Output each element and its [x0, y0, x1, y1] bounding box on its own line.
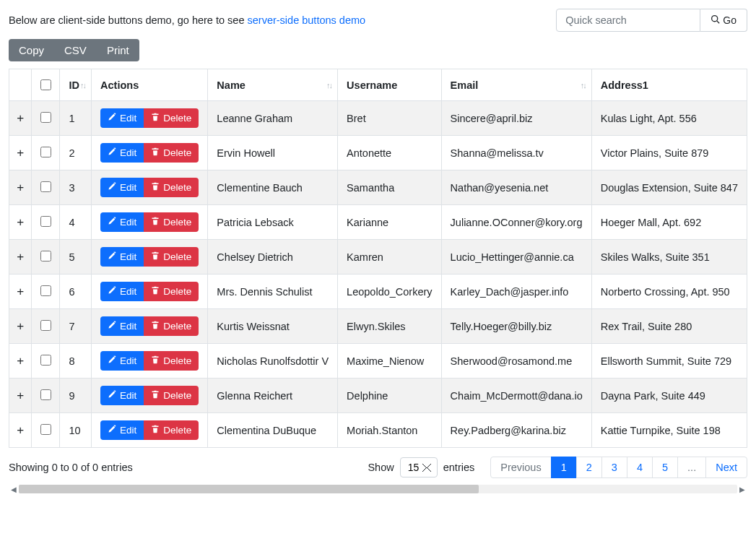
page-4[interactable]: 4	[627, 457, 653, 478]
col-select-all[interactable]	[32, 69, 60, 101]
edit-button[interactable]: Edit	[100, 212, 144, 232]
col-actions: Actions	[92, 69, 208, 101]
copy-button[interactable]: Copy	[9, 39, 54, 61]
pagination: Previous12345...Next	[490, 457, 747, 478]
edit-button[interactable]: Edit	[100, 282, 144, 301]
delete-button[interactable]: Delete	[144, 178, 199, 197]
row-checkbox[interactable]	[40, 216, 51, 227]
col-username[interactable]: Username	[338, 69, 442, 101]
expand-button[interactable]: +	[15, 146, 25, 160]
row-checkbox[interactable]	[40, 424, 51, 435]
delete-button[interactable]: Delete	[144, 386, 199, 405]
expand-button[interactable]: +	[15, 389, 25, 403]
page-1[interactable]: 1	[551, 457, 577, 478]
row-checkbox[interactable]	[40, 112, 51, 123]
scroll-right-icon[interactable]: ▶	[737, 485, 747, 493]
delete-button[interactable]: Delete	[144, 108, 199, 128]
edit-label: Edit	[120, 217, 136, 228]
expand-button[interactable]: +	[15, 319, 25, 334]
scroll-thumb[interactable]	[19, 485, 479, 493]
expand-button[interactable]: +	[15, 111, 25, 126]
edit-label: Edit	[120, 321, 136, 332]
cell-email: Nathan@yesenia.net	[441, 170, 591, 205]
status-text: Showing 0 to 0 of 0 entries	[9, 462, 133, 473]
delete-label: Delete	[163, 321, 191, 332]
row-checkbox[interactable]	[40, 181, 51, 192]
col-id[interactable]: ID ↑↓	[60, 69, 92, 101]
delete-button[interactable]: Delete	[144, 420, 199, 440]
cell-address1: Dayna Park, Suite 449	[591, 379, 747, 413]
delete-button[interactable]: Delete	[144, 316, 199, 336]
delete-button[interactable]: Delete	[144, 282, 199, 301]
delete-button[interactable]: Delete	[144, 212, 199, 232]
edit-icon	[108, 182, 116, 193]
table-row: +4EditDeletePatricia LebsackKarianneJuli…	[9, 205, 747, 240]
expand-button[interactable]: +	[15, 354, 25, 368]
cell-id: 1	[60, 101, 92, 136]
edit-button[interactable]: Edit	[100, 247, 144, 267]
cell-address1: Kulas Light, Apt. 556	[591, 101, 747, 136]
length-select[interactable]: 15	[400, 457, 438, 477]
row-checkbox[interactable]	[40, 285, 51, 296]
cell-username: Maxime_Nienow	[338, 344, 442, 379]
edit-button[interactable]: Edit	[100, 316, 144, 336]
expand-button[interactable]: +	[15, 285, 25, 299]
cell-actions: EditDelete	[92, 136, 208, 170]
print-button[interactable]: Print	[97, 39, 139, 61]
edit-label: Edit	[120, 286, 136, 297]
cell-id: 8	[60, 344, 92, 379]
delete-button[interactable]: Delete	[144, 143, 199, 163]
table-row: +6EditDeleteMrs. Dennis SchulistLeopoldo…	[9, 275, 747, 309]
select-all-checkbox[interactable]	[40, 79, 51, 90]
col-name[interactable]: Name ↑↓	[208, 69, 338, 101]
scroll-track[interactable]	[19, 485, 737, 493]
horizontal-scrollbar[interactable]: ◀ ▶	[9, 484, 747, 494]
row-checkbox[interactable]	[40, 389, 51, 400]
row-checkbox[interactable]	[40, 251, 51, 261]
edit-button[interactable]: Edit	[100, 178, 144, 197]
row-checkbox[interactable]	[40, 147, 51, 157]
edit-label: Edit	[120, 147, 136, 158]
expand-button[interactable]: +	[15, 181, 25, 195]
row-checkbox[interactable]	[40, 320, 51, 331]
cell-email: Rey.Padberg@karina.biz	[441, 413, 591, 448]
cell-actions: EditDelete	[92, 170, 208, 205]
page-3[interactable]: 3	[601, 457, 627, 478]
table-row: +1EditDeleteLeanne GrahamBretSincere@apr…	[9, 101, 747, 136]
edit-label: Edit	[120, 355, 136, 366]
edit-button[interactable]: Edit	[100, 351, 144, 371]
delete-button[interactable]: Delete	[144, 247, 199, 267]
expand-button[interactable]: +	[15, 423, 25, 438]
entries-label: entries	[443, 462, 475, 473]
scroll-left-icon[interactable]: ◀	[9, 485, 19, 493]
edit-label: Edit	[120, 251, 136, 262]
edit-button[interactable]: Edit	[100, 108, 144, 128]
col-email[interactable]: Email ↑↓	[441, 69, 591, 101]
delete-label: Delete	[163, 182, 191, 193]
csv-button[interactable]: CSV	[54, 39, 97, 61]
edit-button[interactable]: Edit	[100, 420, 144, 440]
search-input[interactable]	[556, 9, 700, 32]
cell-address1: Kattie Turnpike, Suite 198	[591, 413, 747, 448]
edit-label: Edit	[120, 425, 136, 436]
row-checkbox[interactable]	[40, 355, 51, 366]
trash-icon	[151, 147, 160, 158]
cell-email: Shanna@melissa.tv	[441, 136, 591, 170]
page-next[interactable]: Next	[705, 457, 747, 478]
cell-actions: EditDelete	[92, 309, 208, 344]
page-5[interactable]: 5	[652, 457, 678, 478]
search-go-button[interactable]: Go	[700, 9, 747, 32]
table-row: +9EditDeleteGlenna ReichertDelphineChaim…	[9, 379, 747, 413]
page-2[interactable]: 2	[576, 457, 602, 478]
edit-button[interactable]: Edit	[100, 143, 144, 163]
expand-button[interactable]: +	[15, 250, 25, 264]
cell-name: Glenna Reichert	[208, 379, 338, 413]
cell-address1: Victor Plains, Suite 879	[591, 136, 747, 170]
server-side-link[interactable]: server-side buttons demo	[247, 14, 365, 26]
col-address1[interactable]: Address1	[591, 69, 747, 101]
edit-button[interactable]: Edit	[100, 386, 144, 405]
expand-button[interactable]: +	[15, 215, 25, 230]
trash-icon	[151, 113, 160, 124]
svg-point-0	[712, 16, 718, 22]
delete-button[interactable]: Delete	[144, 351, 199, 371]
